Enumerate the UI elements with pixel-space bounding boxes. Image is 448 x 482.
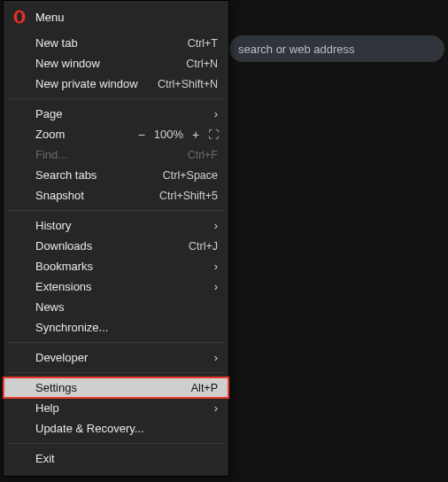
zoom-controls: −100%+⛶ bbox=[136, 128, 218, 142]
menu-item-zoom[interactable]: Zoom−100%+⛶ bbox=[4, 124, 228, 144]
fullscreen-icon[interactable]: ⛶ bbox=[208, 128, 218, 141]
menu-item-settings[interactable]: SettingsAlt+P bbox=[4, 377, 228, 398]
menu-item-label: Search tabs bbox=[35, 168, 97, 182]
menu-item-extensions[interactable]: Extensions› bbox=[4, 276, 228, 297]
zoom-out-button[interactable]: − bbox=[136, 128, 147, 142]
menu-item-label: New tab bbox=[35, 36, 78, 50]
menu-item-bookmarks[interactable]: Bookmarks› bbox=[4, 256, 228, 276]
menu-item-label: Page bbox=[35, 107, 62, 120]
menu-item-find: Find...Ctrl+F bbox=[4, 144, 228, 165]
menu-item-shortcut: Ctrl+Space bbox=[163, 169, 218, 182]
menu-item-history[interactable]: History› bbox=[4, 215, 228, 236]
menu-item-label: Synchronize... bbox=[35, 321, 108, 334]
menu-item-label: Bookmarks bbox=[35, 260, 93, 273]
menu-item-label: Snapshot bbox=[35, 189, 84, 202]
menu-item-shortcut: Ctrl+Shift+5 bbox=[159, 190, 218, 202]
menu-item-label: Settings bbox=[35, 381, 77, 394]
menu-item-new-tab[interactable]: New tabCtrl+T bbox=[4, 33, 228, 53]
menu-item-shortcut: Ctrl+F bbox=[188, 149, 218, 161]
menu-item-label: News bbox=[35, 300, 65, 314]
menu-item-label: Developer bbox=[35, 351, 88, 364]
menu-item-label: Extensions bbox=[35, 280, 92, 293]
menu-item-downloads[interactable]: DownloadsCtrl+J bbox=[4, 236, 228, 256]
chevron-right-icon: › bbox=[209, 107, 218, 120]
svg-point-1 bbox=[17, 12, 22, 22]
menu-item-label: Update & Recovery... bbox=[35, 422, 144, 435]
address-bar-placeholder: search or web address bbox=[238, 43, 355, 56]
menu-item-exit[interactable]: Exit bbox=[4, 448, 228, 469]
menu-item-new-window[interactable]: New windowCtrl+N bbox=[4, 53, 228, 74]
menu-item-label: Find... bbox=[35, 148, 67, 161]
menu-separator bbox=[7, 98, 225, 99]
opera-logo-icon bbox=[12, 10, 27, 24]
chevron-right-icon: › bbox=[209, 401, 218, 415]
menu-item-label: Downloads bbox=[35, 239, 92, 253]
chevron-right-icon: › bbox=[209, 280, 218, 293]
menu-item-search-tabs[interactable]: Search tabsCtrl+Space bbox=[4, 165, 228, 185]
menu-item-label: New window bbox=[35, 57, 100, 70]
menu-item-shortcut: Ctrl+Shift+N bbox=[158, 78, 218, 90]
menu-item-shortcut: Ctrl+T bbox=[188, 37, 218, 50]
menu-item-label: Exit bbox=[35, 452, 55, 465]
main-menu: Menu New tabCtrl+TNew windowCtrl+NNew pr… bbox=[3, 0, 229, 477]
menu-item-help[interactable]: Help› bbox=[4, 398, 228, 418]
menu-item-new-private-window[interactable]: New private windowCtrl+Shift+N bbox=[4, 74, 228, 94]
menu-item-label: History bbox=[35, 219, 71, 232]
chevron-right-icon: › bbox=[209, 351, 218, 364]
menu-item-page[interactable]: Page› bbox=[4, 104, 228, 124]
menu-separator bbox=[7, 372, 225, 373]
menu-item-synchronize[interactable]: Synchronize... bbox=[4, 317, 228, 338]
menu-item-shortcut: Ctrl+N bbox=[186, 58, 218, 70]
menu-title: Menu bbox=[35, 11, 65, 24]
zoom-percentage: 100% bbox=[154, 128, 183, 141]
menu-item-update-recovery[interactable]: Update & Recovery... bbox=[4, 418, 228, 439]
menu-item-label: Help bbox=[35, 401, 59, 415]
chevron-right-icon: › bbox=[209, 219, 218, 232]
zoom-in-button[interactable]: + bbox=[190, 128, 201, 142]
chevron-right-icon: › bbox=[209, 260, 218, 273]
menu-separator bbox=[7, 443, 225, 444]
address-bar[interactable]: search or web address bbox=[229, 35, 444, 62]
menu-item-developer[interactable]: Developer› bbox=[4, 347, 228, 368]
menu-item-news[interactable]: News bbox=[4, 297, 228, 317]
menu-item-shortcut: Ctrl+J bbox=[189, 240, 218, 253]
menu-item-label: New private window bbox=[35, 77, 138, 90]
menu-header: Menu bbox=[4, 4, 228, 33]
menu-item-snapshot[interactable]: SnapshotCtrl+Shift+5 bbox=[4, 185, 228, 206]
menu-item-label: Zoom bbox=[35, 128, 65, 141]
menu-separator bbox=[7, 342, 225, 343]
menu-item-shortcut: Alt+P bbox=[191, 382, 218, 394]
menu-separator bbox=[7, 210, 225, 211]
